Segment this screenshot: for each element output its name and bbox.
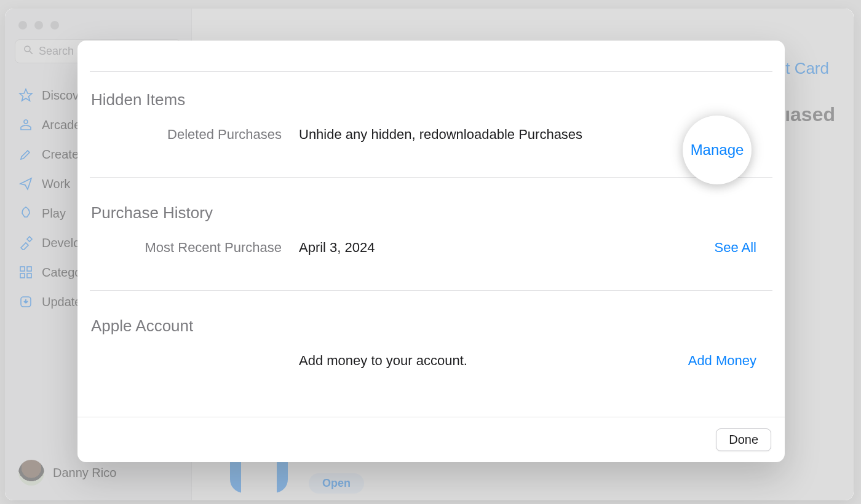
row-value: Unhide any hidden, redownloadable Purcha… xyxy=(299,127,697,143)
row-value: Add money to your account. xyxy=(299,353,678,369)
row-most-recent: Most Recent Purchase April 3, 2024 See A… xyxy=(90,240,772,256)
section-purchase-history: Purchase History Most Recent Purchase Ap… xyxy=(90,178,772,291)
add-money-link[interactable]: Add Money xyxy=(678,353,772,369)
row-value: April 3, 2024 xyxy=(299,240,705,256)
done-button[interactable]: Done xyxy=(716,428,771,451)
section-apple-account: Apple Account Add money to your account.… xyxy=(90,291,772,403)
highlight-manage: Manage xyxy=(683,116,752,184)
row-add-money: Add money to your account. Add Money xyxy=(90,353,772,369)
section-title: Hidden Items xyxy=(90,90,772,109)
account-settings-sheet: Hidden Items Deleted Purchases Unhide an… xyxy=(77,41,785,462)
section-title: Purchase History xyxy=(90,203,772,222)
manage-link[interactable]: Manage xyxy=(691,141,744,159)
row-label: Most Recent Purchase xyxy=(90,240,299,256)
row-label: Deleted Purchases xyxy=(90,127,299,143)
row-deleted-purchases: Deleted Purchases Unhide any hidden, red… xyxy=(90,127,772,143)
section-title: Apple Account xyxy=(90,317,772,336)
sheet-footer: Done xyxy=(77,417,785,462)
section-hidden-items: Hidden Items Deleted Purchases Unhide an… xyxy=(90,71,772,178)
sheet-body: Hidden Items Deleted Purchases Unhide an… xyxy=(77,41,785,417)
see-all-link[interactable]: See All xyxy=(705,240,773,256)
